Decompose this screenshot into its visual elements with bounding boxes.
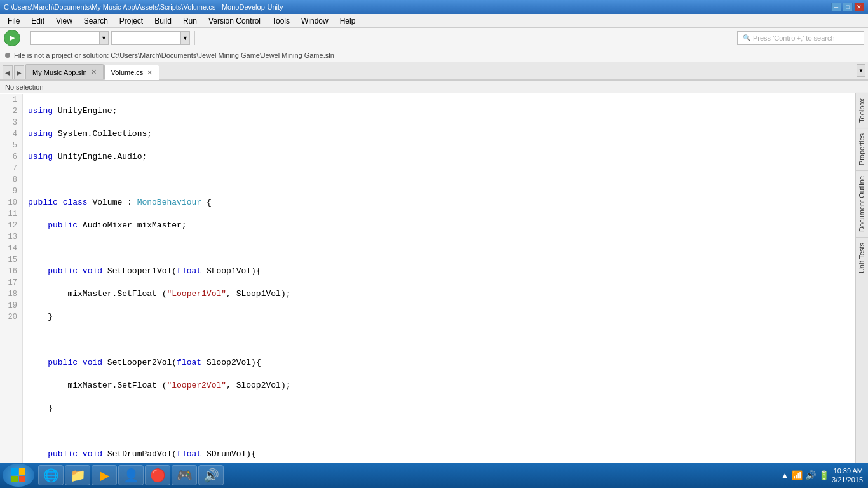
main-area: 1 2 3 4 5 6 7 8 9 10 11 12 13 14 15 16 1… — [0, 93, 868, 475]
toolbar-dropdown-2-arrow[interactable]: ▼ — [181, 31, 190, 45]
taskbar-chrome[interactable]: 🔴 — [145, 465, 170, 485]
search-icon: 🔍 — [743, 34, 750, 41]
code-line-13: mixMaster.SetFloat ("looper2Vol", Sloop2… — [28, 380, 850, 391]
clock-time: 10:39 AM — [832, 466, 863, 475]
tab-mymusic[interactable]: My Music App.sln ✕ — [25, 64, 104, 79]
toolbar-dropdown-2[interactable] — [111, 31, 181, 45]
line-num-4: 4 — [5, 128, 17, 140]
tab-volumecs-label: Volume.cs — [111, 69, 144, 76]
code-line-15 — [28, 426, 850, 437]
menu-project[interactable]: Project — [114, 15, 148, 27]
taskbar-explorer[interactable]: 📁 — [65, 465, 90, 485]
tab-dropdown-arrow[interactable]: ▼ — [857, 64, 865, 77]
code-content: using UnityEngine; using System.Collecti… — [23, 94, 855, 475]
menu-build[interactable]: Build — [149, 15, 177, 27]
toolbar-dropdown-1[interactable] — [30, 31, 100, 45]
menu-search[interactable]: Search — [79, 15, 113, 27]
menu-help[interactable]: Help — [335, 15, 361, 27]
menu-edit[interactable]: Edit — [26, 15, 50, 27]
taskbar: 🌐 📁 ▶ 👤 🔴 🎮 🔊 ▲ 📶 🔊 🔋 10:39 AM 3/21/2015 — [0, 463, 868, 488]
toolbar-separator-2 — [194, 31, 195, 45]
line-num-16: 16 — [5, 266, 17, 277]
close-button[interactable]: ✕ — [854, 3, 864, 11]
sidebar-tab-toolbox[interactable]: Toolbox — [856, 93, 869, 128]
maximize-button[interactable]: □ — [843, 3, 853, 11]
line-num-19: 19 — [5, 300, 17, 311]
menu-view[interactable]: View — [51, 15, 78, 27]
code-line-7 — [28, 243, 850, 254]
code-line-14: } — [28, 403, 850, 414]
status-bar: No selection — [0, 80, 868, 93]
code-line-12: public void SetLooper2Vol(float Sloop2Vo… — [28, 357, 850, 369]
menu-run[interactable]: Run — [178, 15, 202, 27]
taskbar-audio[interactable]: 🔊 — [198, 465, 224, 485]
code-line-1: using UnityEngine; — [28, 105, 850, 117]
start-button[interactable] — [3, 464, 34, 487]
line-num-5: 5 — [5, 140, 17, 151]
dropdown-1-group: ▼ — [30, 31, 109, 45]
tab-nav-right[interactable]: ▶ — [14, 65, 24, 79]
ie-icon: 🌐 — [43, 468, 59, 483]
svg-rect-3 — [19, 476, 25, 482]
svg-rect-0 — [11, 468, 18, 475]
tab-bar: ◀ ▶ My Music App.sln ✕ Volume.cs ✕ ▼ — [0, 62, 868, 80]
run-button[interactable]: ▶ — [4, 30, 20, 46]
code-line-6: public AudioMixer mixMaster; — [28, 220, 850, 231]
title-bar: C:\Users\March\Documents\My Music App\As… — [0, 0, 868, 14]
code-line-4 — [28, 174, 850, 186]
tab-volumecs-close[interactable]: ✕ — [147, 69, 153, 76]
sidebar-tab-properties[interactable]: Properties — [856, 128, 869, 170]
taskbar-ie[interactable]: 🌐 — [38, 465, 64, 485]
line-num-14: 14 — [5, 243, 17, 254]
menu-bar: File Edit View Search Project Build Run … — [0, 14, 868, 28]
title-text: C:\Users\March\Documents\My Music App\As… — [4, 3, 283, 11]
selection-status: No selection — [5, 83, 44, 91]
info-dot — [5, 53, 10, 58]
dropdown-2-group: ▼ — [111, 31, 190, 45]
toolbar: ▶ ▼ ▼ 🔍 Press 'Control+,' to search — [0, 28, 868, 48]
toolbar-dropdown-1-arrow[interactable]: ▼ — [100, 31, 109, 45]
line-num-17: 17 — [5, 277, 17, 288]
taskbar-media[interactable]: ▶ — [92, 465, 117, 485]
line-num-15: 15 — [5, 254, 17, 266]
clock-display: 10:39 AM 3/21/2015 — [832, 466, 863, 485]
right-sidebar: Toolbox Properties Document Outline Unit… — [855, 93, 868, 475]
tab-nav-left[interactable]: ◀ — [3, 65, 13, 79]
tab-volumecs[interactable]: Volume.cs ✕ — [104, 65, 160, 80]
line-num-9: 9 — [5, 186, 17, 197]
user-icon: 👤 — [123, 468, 139, 483]
code-line-8: public void SetLooper1Vol(float SLoop1Vo… — [28, 266, 850, 277]
chevron-up-icon[interactable]: ▲ — [780, 470, 789, 480]
search-box[interactable]: 🔍 Press 'Control+,' to search — [737, 31, 864, 45]
volume-icon[interactable]: 🔊 — [805, 470, 816, 480]
taskbar-game[interactable]: 🎮 — [172, 465, 197, 485]
minimize-button[interactable]: ─ — [831, 3, 841, 11]
line-num-20: 20 — [5, 311, 17, 323]
chrome-icon: 🔴 — [150, 468, 166, 483]
line-num-11: 11 — [5, 208, 17, 220]
menu-version-control[interactable]: Version Control — [203, 15, 266, 27]
game-icon: 🎮 — [177, 468, 193, 483]
code-line-5: public class Volume : MonoBehaviour { — [28, 197, 850, 208]
menu-file[interactable]: File — [3, 15, 25, 27]
tab-mymusic-close[interactable]: ✕ — [91, 69, 97, 76]
editor-container[interactable]: 1 2 3 4 5 6 7 8 9 10 11 12 13 14 15 16 1… — [0, 93, 855, 475]
line-num-18: 18 — [5, 288, 17, 300]
line-num-12: 12 — [5, 220, 17, 231]
line-num-2: 2 — [5, 105, 17, 117]
code-line-3: using UnityEngine.Audio; — [28, 151, 850, 163]
menu-window[interactable]: Window — [296, 15, 334, 27]
code-area: 1 2 3 4 5 6 7 8 9 10 11 12 13 14 15 16 1… — [0, 93, 855, 475]
sidebar-tab-unit-tests[interactable]: Unit Tests — [856, 237, 869, 278]
svg-rect-1 — [19, 468, 25, 475]
line-num-10: 10 — [5, 197, 17, 208]
menu-tools[interactable]: Tools — [267, 15, 295, 27]
line-num-1: 1 — [5, 94, 17, 105]
line-num-7: 7 — [5, 163, 17, 174]
clock-date: 3/21/2015 — [832, 475, 863, 484]
title-controls: ─ □ ✕ — [831, 3, 864, 11]
line-num-13: 13 — [5, 231, 17, 243]
audio-icon: 🔊 — [203, 468, 219, 483]
sidebar-tab-document-outline[interactable]: Document Outline — [856, 170, 869, 237]
taskbar-user[interactable]: 👤 — [118, 465, 144, 485]
